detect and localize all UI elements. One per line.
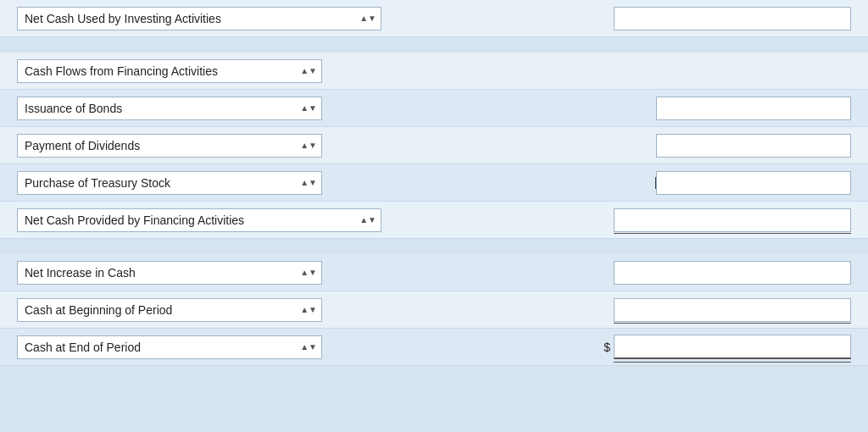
select-purchase-treasury[interactable]: Purchase of Treasury Stock (17, 171, 322, 195)
value-section-investing (614, 7, 851, 30)
input-cash-end[interactable] (614, 335, 851, 359)
value-section-cash-end: $ (604, 335, 851, 359)
value-section-issuance (656, 97, 851, 120)
row-cash-beginning: Cash at Beginning of Period ▲▼ (0, 291, 868, 329)
row-cash-end: Cash at End of Period ▲▼ $ (0, 329, 868, 366)
select-net-cash-investing[interactable]: Net Cash Used by Investing Activities (17, 7, 381, 30)
select-issuance-bonds[interactable]: Issuance of Bonds (17, 97, 322, 120)
row-net-increase-cash: Net Increase in Cash ▲▼ (0, 254, 868, 291)
select-wrapper-net-increase: Net Increase in Cash ▲▼ (17, 261, 322, 285)
row-payment-dividends: Payment of Dividends ▲▼ (0, 127, 868, 164)
select-net-increase-cash[interactable]: Net Increase in Cash (17, 261, 322, 285)
value-section-net-increase (614, 261, 851, 285)
value-section-cash-beginning (614, 298, 851, 322)
select-wrapper-financing-header: Cash Flows from Financing Activities ▲▼ (17, 59, 322, 83)
select-wrapper-investing: Net Cash Used by Investing Activities ▲▼ (17, 7, 381, 30)
select-cash-flows-financing[interactable]: Cash Flows from Financing Activities (17, 59, 322, 83)
main-container: Net Cash Used by Investing Activities ▲▼… (0, 0, 868, 432)
input-cash-beginning[interactable] (614, 298, 851, 322)
select-cash-end[interactable]: Cash at End of Period (17, 335, 322, 359)
underline-beginning (614, 298, 851, 322)
input-net-cash-investing[interactable] (614, 7, 851, 30)
select-wrapper-issuance: Issuance of Bonds ▲▼ (17, 97, 322, 120)
input-issuance-bonds[interactable] (656, 97, 851, 120)
spacer-2 (0, 239, 868, 254)
input-net-increase-cash[interactable] (614, 261, 851, 285)
select-wrapper-cash-end: Cash at End of Period ▲▼ (17, 335, 322, 359)
select-wrapper-financing-total: Net Cash Provided by Financing Activitie… (17, 208, 381, 232)
select-net-cash-financing[interactable]: Net Cash Provided by Financing Activitie… (17, 208, 381, 232)
row-issuance-bonds: Issuance of Bonds ▲▼ (0, 90, 868, 127)
row-net-cash-investing: Net Cash Used by Investing Activities ▲▼ (0, 0, 868, 37)
value-section-financing-total (614, 208, 851, 232)
row-purchase-treasury: Purchase of Treasury Stock ▲▼ (0, 164, 868, 202)
row-net-cash-financing: Net Cash Provided by Financing Activitie… (0, 202, 868, 239)
input-purchase-treasury[interactable] (656, 171, 851, 195)
select-wrapper-cash-beginning: Cash at Beginning of Period ▲▼ (17, 298, 322, 322)
underline-financing (614, 208, 851, 232)
spacer-bottom (0, 366, 868, 386)
value-section-treasury (654, 171, 851, 195)
select-payment-dividends[interactable]: Payment of Dividends (17, 134, 322, 158)
value-section-dividends (656, 134, 851, 158)
select-wrapper-dividends: Payment of Dividends ▲▼ (17, 134, 322, 158)
input-payment-dividends[interactable] (656, 134, 851, 158)
dollar-sign: $ (604, 341, 610, 354)
row-cash-flows-financing: Cash Flows from Financing Activities ▲▼ (0, 53, 868, 90)
select-wrapper-treasury: Purchase of Treasury Stock ▲▼ (17, 171, 322, 195)
double-underline-cash-end (614, 335, 851, 359)
select-cash-beginning[interactable]: Cash at Beginning of Period (17, 298, 322, 322)
input-net-cash-financing[interactable] (614, 208, 851, 232)
spacer-1 (0, 37, 868, 53)
